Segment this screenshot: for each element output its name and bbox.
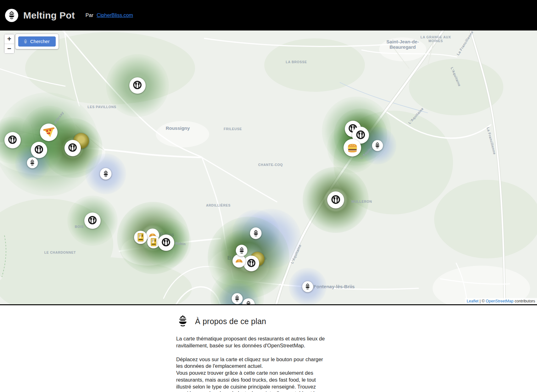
dish-marker[interactable] [250,228,262,239]
restaurant-marker[interactable] [31,142,47,158]
osm-link[interactable]: OpenStreetMap [486,299,513,303]
map-road-label: L'Aquitaine [408,107,424,125]
attribution-suffix: contributors [513,299,535,303]
map-place-label: FRILEUSE [224,127,242,131]
attribution-separator: | © [478,299,486,303]
map-attribution: Leaflet | © OpenStreetMap contributors [465,298,537,304]
about-paragraph-2: Déplacez vous sur la carte et cliquez su… [176,356,327,370]
map-road-label: L'Aquitaine [290,244,302,264]
search-button-label: Chercher [30,39,50,44]
dish-marker[interactable] [236,245,248,257]
map-road-label: La Francilienne [486,127,496,155]
map-dynamic-layer: Saint-Jean-de- BeauregardLA GRANGE AUX M… [0,30,537,304]
about-heading: À propos de ce plan [195,317,266,326]
cipherbliss-link[interactable]: CipherBliss.com [97,13,133,18]
zoom-control: + − [4,34,14,54]
byline: Par CipherBliss.com [86,13,133,18]
restaurant-marker[interactable] [243,256,259,271]
dish-marker[interactable] [302,281,313,292]
map-road-label: L'Aquitaine [450,67,462,87]
map-place-label: ARDILLIÈRES [206,203,231,207]
croissant-marker[interactable] [232,254,246,268]
about-section: À propos de ce plan La carte thématique … [176,305,327,392]
restaurant-marker[interactable] [158,235,174,251]
vending-marker[interactable] [134,231,147,244]
restaurant-marker[interactable] [327,191,344,208]
map-place-label: Fontenay-lès-Briis [314,284,355,289]
search-control: Chercher [15,34,59,49]
pizza-marker[interactable] [40,124,58,141]
restaurant-marker[interactable] [64,140,81,156]
map-place-label: MULLERON [351,200,372,203]
byline-prefix: Par [86,13,93,18]
cloche-icon [23,39,28,44]
map-place-label: CHANTE-COQ [258,163,283,167]
burger-marker[interactable] [344,139,361,157]
app-logo [5,9,18,22]
dish-marker[interactable] [232,293,243,304]
map-place-label: Roussigny [166,125,190,131]
restaurant-marker[interactable] [129,77,146,94]
page-title: Melting Pot [23,10,75,21]
app-header: Melting Pot Par CipherBliss.com [0,0,537,30]
map-place-label: LA BROSSE [286,60,307,64]
map-place-label: LES PAVILLONS [87,105,116,109]
dish-marker[interactable] [242,298,255,305]
about-paragraph-1: La carte thématique proposant des restau… [176,335,327,349]
zoom-out-button[interactable]: − [4,44,14,53]
map-road-label: La Francilienne [456,30,474,56]
cloche-icon [7,11,16,20]
dish-marker[interactable] [100,168,112,180]
map-place-label: BOIS [75,225,84,229]
map-place-label: Saint-Jean-de- Beauregard [386,39,419,50]
zoom-in-button[interactable]: + [4,34,14,44]
about-paragraph-3: Vous pouvez trouver grâce à cette carte … [176,370,327,392]
map-road-label: d'Orsay [53,111,64,124]
leaflet-link[interactable]: Leaflet [467,299,479,303]
restaurant-marker[interactable] [4,132,21,148]
cloche-icon [176,315,189,328]
search-button[interactable]: Chercher [18,36,56,47]
map-place-label: LA GRANGE AUX MOINES [421,35,451,43]
dish-marker[interactable] [27,157,38,168]
dish-marker[interactable] [372,140,383,151]
map-place-label: LE CHARDONNET [44,251,76,254]
map[interactable]: Saint-Jean-de- BeauregardLA GRANGE AUX M… [0,30,537,305]
restaurant-marker[interactable] [84,213,101,229]
